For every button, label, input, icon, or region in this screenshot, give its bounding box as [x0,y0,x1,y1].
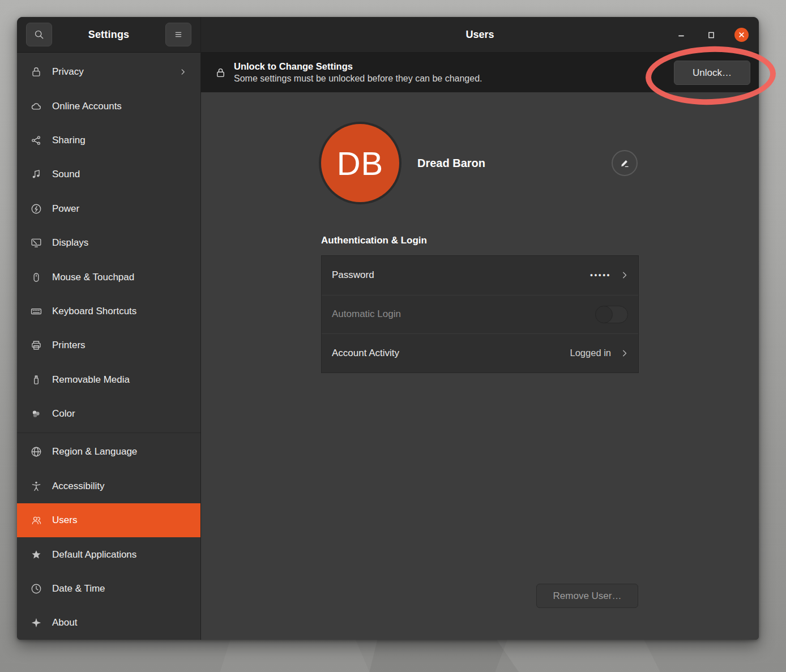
sidebar-item-sound[interactable]: Sound [17,157,200,191]
printer-icon [29,339,43,352]
chevron-right-icon [619,269,630,281]
sidebar-item-label: Region & Language [52,446,188,457]
automatic-login-row: Automatic Login [322,295,638,334]
search-icon [33,28,45,41]
sidebar-item-label: Power [52,203,188,215]
sidebar-item-label: Removable Media [52,374,188,386]
sidebar-list: Privacy Online Accounts Sharing Sound Po… [17,53,200,640]
main-pane: Users Unlock to Change Settings Some set… [201,17,759,640]
maximize-button[interactable] [704,28,718,42]
banner-title: Unlock to Change Settings [234,60,482,72]
accessibility-icon [29,480,43,493]
sidebar-item-power[interactable]: Power [17,192,200,226]
sidebar-item-default-applications[interactable]: Default Applications [17,537,200,571]
lock-icon [215,67,227,79]
password-value: ••••• [590,271,611,280]
sidebar-item-users[interactable]: Users [17,503,200,537]
sidebar-item-label: Online Accounts [52,101,188,112]
music-note-icon [29,168,43,181]
display-icon [29,236,43,250]
keyboard-icon [29,305,43,318]
sidebar-item-label: Mouse & Touchpad [52,272,188,283]
account-activity-row[interactable]: Account Activity Logged in [322,333,638,373]
automatic-login-label: Automatic Login [332,309,595,320]
sidebar-item-label: Default Applications [52,549,188,560]
account-activity-label: Account Activity [332,348,570,359]
sidebar-item-label: Sharing [52,135,188,146]
banner-subtitle: Some settings must be unlocked before th… [234,72,482,85]
sidebar-item-label: Keyboard Shortcuts [52,306,188,317]
sidebar-item-label: Sound [52,169,188,180]
sidebar-item-date-time[interactable]: Date & Time [17,572,200,606]
sidebar-item-label: Users [52,515,188,526]
lock-icon [29,65,43,79]
account-activity-value: Logged in [570,348,612,358]
sidebar-item-sharing[interactable]: Sharing [17,123,200,157]
sidebar-item-accessibility[interactable]: Accessibility [17,469,200,503]
mouse-icon [29,271,43,284]
edit-name-button[interactable] [612,150,638,176]
settings-window: Settings Privacy Online Accounts Sharing [17,17,759,640]
password-label: Password [332,269,590,281]
sidebar-item-label: Date & Time [52,583,188,594]
color-circles-icon [29,407,43,421]
menu-button[interactable] [165,23,191,46]
avatar[interactable]: DB [321,124,399,202]
titlebar: Users [201,17,759,53]
globe-icon [29,445,43,459]
auth-login-card: Password ••••• Automatic Login Account A… [321,255,639,373]
power-icon [29,202,43,216]
profile-section: DB Dread Baron [321,123,639,203]
sidebar-item-label: Accessibility [52,481,188,492]
clock-icon [29,582,43,596]
search-button[interactable] [26,23,52,46]
chevron-right-icon [178,67,188,77]
toggle-knob [595,306,613,323]
sidebar-item-region-language[interactable]: Region & Language [17,435,200,469]
user-full-name: Dread Baron [417,157,612,170]
sidebar-item-keyboard-shortcuts[interactable]: Keyboard Shortcuts [17,294,200,328]
password-row[interactable]: Password ••••• [322,256,638,295]
page-title: Users [465,29,494,41]
star-icon [29,548,43,562]
hamburger-menu-icon [172,28,185,41]
minimize-button[interactable] [674,28,688,42]
sidebar-item-online-accounts[interactable]: Online Accounts [17,89,200,123]
section-title: Authentication & Login [321,235,639,246]
automatic-login-toggle[interactable] [595,306,628,323]
sidebar-item-label: Displays [52,237,188,249]
banner-text: Unlock to Change Settings Some settings … [234,60,482,85]
sidebar-item-privacy[interactable]: Privacy [17,55,200,89]
sidebar-item-label: Color [52,408,188,420]
sidebar-item-mouse-touchpad[interactable]: Mouse & Touchpad [17,260,200,294]
pencil-icon [620,158,630,169]
cloud-icon [29,100,43,113]
sidebar-item-label: Printers [52,340,188,351]
users-content: DB Dread Baron Authentication & Login Pa… [201,92,759,640]
sidebar-item-label: About [52,617,188,628]
remove-user-button[interactable]: Remove User… [536,584,638,608]
unlock-banner: Unlock to Change Settings Some settings … [201,53,759,92]
close-button[interactable] [734,28,749,42]
sidebar-item-removable-media[interactable]: Removable Media [17,363,200,397]
sidebar-item-label: Privacy [52,66,178,78]
window-controls [674,17,749,53]
sidebar-item-displays[interactable]: Displays [17,226,200,260]
sidebar-title: Settings [52,29,165,41]
unlock-button[interactable]: Unlock… [674,61,750,85]
sparkle-icon [29,616,43,630]
sidebar-item-about[interactable]: About [17,606,200,640]
flash-drive-icon [29,373,43,387]
sidebar-separator [17,433,200,433]
share-icon [29,134,43,147]
sidebar-item-color[interactable]: Color [17,397,200,431]
users-icon [29,513,43,527]
sidebar-item-printers[interactable]: Printers [17,328,200,362]
sidebar: Settings Privacy Online Accounts Sharing [17,17,201,640]
chevron-right-icon [619,348,630,359]
sidebar-header: Settings [17,17,200,53]
